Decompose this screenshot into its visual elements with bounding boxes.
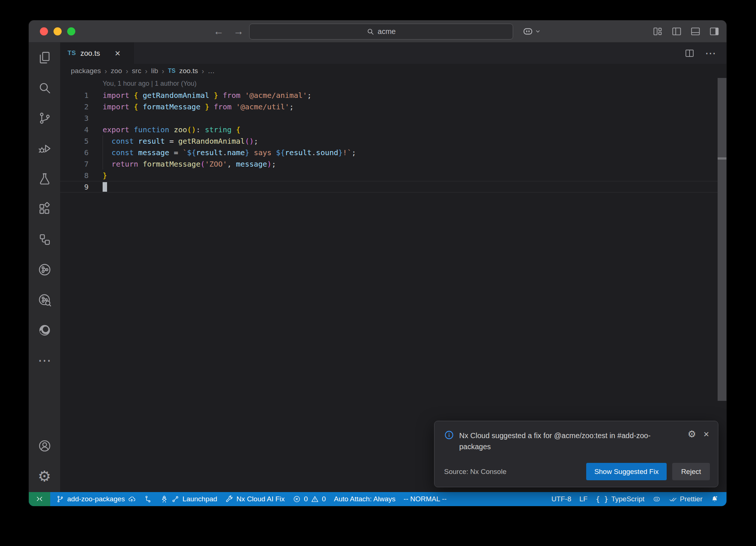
- status-pipeline[interactable]: [140, 492, 156, 506]
- back-button[interactable]: ←: [213, 25, 224, 37]
- ts-file-icon: TS: [68, 50, 76, 57]
- indent-guide: [103, 135, 103, 170]
- code-line[interactable]: 9: [60, 181, 726, 192]
- nodes-icon: [171, 495, 179, 503]
- code-line[interactable]: 4export function zoo(): string {: [60, 124, 726, 135]
- status-problems-label: 0: [322, 495, 326, 503]
- status-git-branch[interactable]: add-zoo-packages: [52, 492, 140, 506]
- status-language-mode-label: TypeScript: [611, 495, 645, 503]
- code-text: return formatMessage('ZOO', message);: [89, 160, 276, 168]
- more-icon: ⋯: [38, 354, 51, 367]
- status-git-branch-label: add-zoo-packages: [67, 495, 125, 503]
- show-suggested-fix-button[interactable]: Show Suggested Fix: [586, 463, 667, 480]
- status-launchpad[interactable]: Launchpad: [156, 492, 221, 506]
- status-eol-label: LF: [579, 495, 587, 503]
- status-auto-attach[interactable]: Auto Attach: Always: [330, 492, 399, 506]
- copilot-icon[interactable]: [522, 25, 534, 37]
- status-bar: add-zoo-packagesLaunchpadNx Cloud AI Fix…: [29, 492, 726, 506]
- breadcrumb-item[interactable]: packages: [71, 67, 101, 75]
- activity-bar: ⋯ ⚙: [29, 42, 60, 492]
- copilot-icon: [653, 495, 661, 503]
- braces-icon: { }: [596, 496, 608, 503]
- close-window-button[interactable]: [40, 27, 48, 35]
- run-and-debug-icon: [38, 141, 52, 156]
- activity-item-settings[interactable]: ⚙: [29, 461, 60, 491]
- breadcrumb-file[interactable]: zoo.ts: [179, 67, 198, 75]
- activity-item-more[interactable]: ⋯: [29, 345, 60, 376]
- code-line[interactable]: 3: [60, 112, 726, 124]
- status-launchpad-label: Launchpad: [182, 495, 217, 503]
- activity-item-nx-console[interactable]: [29, 224, 60, 255]
- explorer-icon: [38, 51, 52, 65]
- status-nx-cloud-ai-fix[interactable]: Nx Cloud AI Fix: [221, 492, 289, 506]
- line-number: 1: [60, 91, 89, 100]
- breadcrumb-symbol[interactable]: …: [208, 67, 215, 75]
- code-line[interactable]: 2import { formatMessage } from '@acme/ut…: [60, 101, 726, 112]
- code-line[interactable]: 8}: [60, 170, 726, 181]
- code-text: }: [89, 171, 107, 180]
- tab-zoo-ts[interactable]: TS zoo.ts ×: [60, 42, 134, 64]
- activity-item-nx-cloud[interactable]: [29, 285, 60, 315]
- line-number: 3: [60, 114, 89, 123]
- bell-icon: [711, 495, 719, 503]
- split-editor-icon[interactable]: [684, 48, 695, 58]
- status-problems[interactable]: 00: [289, 492, 330, 506]
- code-line[interactable]: 7 return formatMessage('ZOO', message);: [60, 158, 726, 170]
- activity-item-edge-browser[interactable]: [29, 315, 60, 345]
- status-notifications[interactable]: [707, 492, 723, 506]
- activity-item-explorer[interactable]: [29, 42, 60, 73]
- close-tab-icon[interactable]: ×: [115, 48, 120, 58]
- activity-item-run-and-debug[interactable]: [29, 133, 60, 164]
- code-line[interactable]: 5 const result = getRandomAnimal();: [60, 135, 726, 147]
- toggle-panel-icon[interactable]: [690, 26, 701, 37]
- editor-scrollbar[interactable]: [718, 78, 726, 401]
- code-text: const message = `${result.name} says ${r…: [89, 148, 356, 157]
- notification-settings-icon[interactable]: ⚙: [688, 429, 696, 439]
- status-eol[interactable]: LF: [575, 492, 591, 506]
- status-formatter[interactable]: Prettier: [665, 492, 707, 506]
- line-number: 6: [60, 148, 89, 157]
- status-vim-mode[interactable]: -- NORMAL --: [399, 492, 450, 506]
- zoom-window-button[interactable]: [67, 27, 75, 35]
- status-remote-indicator[interactable]: [29, 492, 50, 506]
- minimize-window-button[interactable]: [54, 27, 62, 35]
- chevron-down-icon[interactable]: [535, 28, 541, 34]
- more-actions-icon[interactable]: ⋯: [705, 48, 716, 59]
- line-number: 5: [60, 137, 89, 146]
- breadcrumb-item[interactable]: src: [132, 67, 141, 75]
- notification-source: Source: Nx Console: [444, 468, 506, 476]
- forward-button[interactable]: →: [233, 25, 244, 37]
- line-number: 9: [60, 182, 89, 191]
- line-number: 4: [60, 125, 89, 134]
- activity-item-accounts[interactable]: [29, 431, 60, 461]
- code-line[interactable]: 6 const message = `${result.name} says $…: [60, 147, 726, 158]
- tab-label: zoo.ts: [80, 49, 100, 58]
- breadcrumb-separator: ›: [202, 67, 204, 75]
- breadcrumb-separator: ›: [104, 67, 107, 75]
- status-language-mode[interactable]: { }TypeScript: [592, 492, 649, 506]
- toggle-primary-sidebar-icon[interactable]: [671, 26, 682, 37]
- activity-item-search[interactable]: [29, 73, 60, 103]
- breadcrumb-item[interactable]: lib: [151, 67, 158, 75]
- activity-item-source-control[interactable]: [29, 103, 60, 133]
- settings-icon: ⚙: [38, 469, 51, 484]
- status-copilot-status[interactable]: [649, 492, 665, 506]
- code-line[interactable]: 1import { getRandomAnimal } from '@acme/…: [60, 89, 726, 101]
- activity-item-extensions[interactable]: [29, 194, 60, 224]
- warning-icon: [311, 495, 319, 503]
- line-number: 8: [60, 171, 89, 180]
- status-encoding[interactable]: UTF-8: [547, 492, 575, 506]
- breadcrumb-separator: ›: [145, 67, 148, 75]
- toggle-secondary-sidebar-icon[interactable]: [709, 26, 720, 37]
- customize-layout-icon[interactable]: [652, 26, 663, 37]
- breadcrumb-item[interactable]: zoo: [111, 67, 122, 75]
- command-center-search[interactable]: acme: [249, 24, 513, 40]
- activity-item-project-graph[interactable]: [29, 255, 60, 285]
- cloud-upload-icon: [128, 495, 136, 503]
- wrench-icon: [225, 495, 233, 503]
- reject-button[interactable]: Reject: [672, 463, 710, 480]
- notification-close-icon[interactable]: ×: [704, 429, 709, 439]
- project-graph-icon: [38, 263, 52, 277]
- pipeline-icon: [144, 495, 152, 503]
- activity-item-testing[interactable]: [29, 164, 60, 194]
